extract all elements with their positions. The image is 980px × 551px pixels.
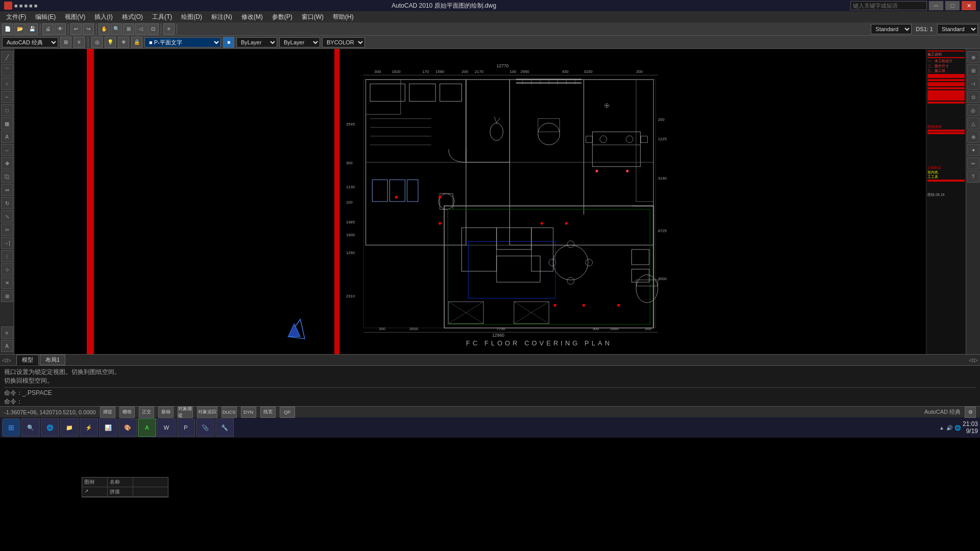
layer-mgr-btn[interactable]: ≡ [74,37,85,48]
qp-tool[interactable]: ? [967,170,979,183]
otrack-toggle[interactable]: 对象追踪 [197,407,217,418]
menu-draw[interactable]: 绘图(D) [177,12,206,22]
menu-insert[interactable]: 插入(I) [90,12,116,22]
color-select[interactable]: BYCOLOR [322,37,365,47]
ortho-tool[interactable]: ⊣ [967,78,979,90]
menu-help[interactable]: 帮助(H) [329,12,358,22]
layer-state-btn[interactable]: ◎ [91,37,103,48]
menu-window[interactable]: 窗口(W) [298,12,328,22]
lineweight-select[interactable]: ByLayer [279,37,320,47]
osnap-tool[interactable]: ◎ [967,104,979,116]
next-layout-btn[interactable]: ▷ [7,357,11,363]
menu-file[interactable]: 文件(F) [2,12,30,22]
properties-btn[interactable]: ≡ [163,23,175,35]
polar-tool[interactable]: ⊙ [967,91,979,103]
scale-tool[interactable]: ⤡ [1,210,13,222]
command-line-2[interactable]: 命令： [4,397,976,406]
taskbar-app3[interactable]: 🎨 [118,418,137,437]
taskbar-app5[interactable]: P [177,418,195,437]
close-button[interactable]: ✕ [962,1,976,10]
standard-select2[interactable]: Standard [937,24,978,34]
zoom-extent-btn[interactable]: ⊡ [148,23,159,35]
copy-tool[interactable]: ⿻ [1,170,13,183]
tab-model[interactable]: 模型 [16,355,39,365]
cad-canvas-area[interactable]: 300 1620 170 1560 200 2170 100 2950 430 … [14,49,966,354]
move-tool[interactable]: ✥ [1,157,13,169]
zoom-window-btn[interactable]: ⊞ [123,23,134,35]
taskbar-app4[interactable]: W [157,418,176,437]
explode-tool[interactable]: ⊹ [1,263,13,276]
taskbar-folder[interactable]: 📁 [60,418,79,437]
polyline-tool[interactable]: ⌒ [1,64,13,77]
scroll-left-btn[interactable]: ◁ [969,357,973,363]
open-btn[interactable]: 📂 [14,23,26,35]
save-btn[interactable]: 💾 [27,23,38,35]
offset-tool[interactable]: ⫶ [1,250,13,262]
otrack-tool[interactable]: △ [967,117,979,130]
layer-lock-btn[interactable]: 🔒 [131,37,142,48]
redo-btn[interactable]: ↪ [83,23,94,35]
trim-tool[interactable]: ✂ [1,223,13,236]
prev-layout-btn[interactable]: ◁ [2,357,6,363]
extend-tool[interactable]: →| [1,237,13,249]
workspace-select[interactable]: AutoCAD 经典 [2,37,58,47]
snap-toggle[interactable]: 捕捉 [100,407,115,418]
dyn-toggle[interactable]: DYN [241,407,256,418]
layer-select[interactable]: ■ P-平面文字 [144,37,221,47]
dim-tool[interactable]: ↔ [1,144,13,156]
hatch-tool[interactable]: ▦ [1,117,13,130]
undo-btn[interactable]: ↩ [70,23,82,35]
taskbar-app6[interactable]: 📎 [196,418,214,437]
start-button[interactable]: ⊞ [2,418,20,437]
search-input[interactable] [850,1,927,10]
osnap-toggle[interactable]: 对象捕捉 [178,407,193,418]
zoom-btn[interactable]: 🔍 [111,23,122,35]
taskbar-app7[interactable]: 🔧 [215,418,234,437]
text-tool[interactable]: A [1,131,13,143]
layer-on-btn[interactable]: 💡 [105,37,116,48]
snap-tool[interactable]: ⊕ [967,51,979,63]
rect-tool[interactable]: □ [1,104,13,116]
taskbar-ie[interactable]: 🌐 [41,418,59,437]
ducs-tool[interactable]: ⊗ [967,131,979,143]
taskbar-search[interactable]: 🔍 [21,418,40,437]
rotate-tool[interactable]: ↻ [1,197,13,209]
taskbar-app1[interactable]: ⚡ [80,418,98,437]
ortho-toggle[interactable]: 正交 [139,407,154,418]
pan-btn[interactable]: ✋ [99,23,110,35]
circle-tool[interactable]: ○ [1,78,13,90]
menu-edit[interactable]: 编辑(E) [31,12,60,22]
lw-toggle[interactable]: 线宽 [260,407,276,418]
lw-tool[interactable]: ═ [967,157,979,169]
menu-annotate[interactable]: 标注(N) [207,12,236,22]
preview-btn[interactable]: 👁 [55,23,66,35]
taskbar-autocad[interactable]: A [138,418,156,437]
scroll-right-btn[interactable]: ▷ [974,357,978,363]
menu-params[interactable]: 参数(P) [268,12,297,22]
maximize-button[interactable]: □ [945,1,960,10]
workspace-settings-btn[interactable]: ⚙ [965,407,976,418]
layer-props-btn[interactable]: ⊞ [60,37,71,48]
zoom-prev-btn[interactable]: ◁ [135,23,146,35]
new-btn[interactable]: 📄 [2,23,13,35]
taskbar-app2[interactable]: 📊 [99,418,117,437]
menu-tools[interactable]: 工具(T) [148,12,176,22]
color-btn[interactable]: ■ [223,37,234,48]
menu-view[interactable]: 视图(V) [61,12,89,22]
mirror-tool[interactable]: ⇔ [1,184,13,196]
dyn-tool[interactable]: ✦ [967,144,979,156]
linetype-select[interactable]: ByLayer [236,37,277,47]
style-select[interactable]: Standard [871,24,912,34]
erase-tool[interactable]: ✕ [1,277,13,289]
layer-freeze-btn[interactable]: ❄ [118,37,129,48]
qp-toggle[interactable]: QP [280,407,295,418]
polar-toggle[interactable]: 极轴 [158,407,174,418]
menu-format[interactable]: 格式(O) [118,12,147,22]
layer-tool[interactable]: ⊞ [1,290,13,302]
properties-tool[interactable]: ≡ [1,327,13,339]
grid-tool[interactable]: ⊞ [967,64,979,77]
line-tool[interactable]: ╱ [1,51,13,63]
arc-tool[interactable]: ⌢ [1,91,13,103]
grid-toggle[interactable]: 栅格 [119,407,135,418]
ducs-toggle[interactable]: DUCS [222,407,237,418]
